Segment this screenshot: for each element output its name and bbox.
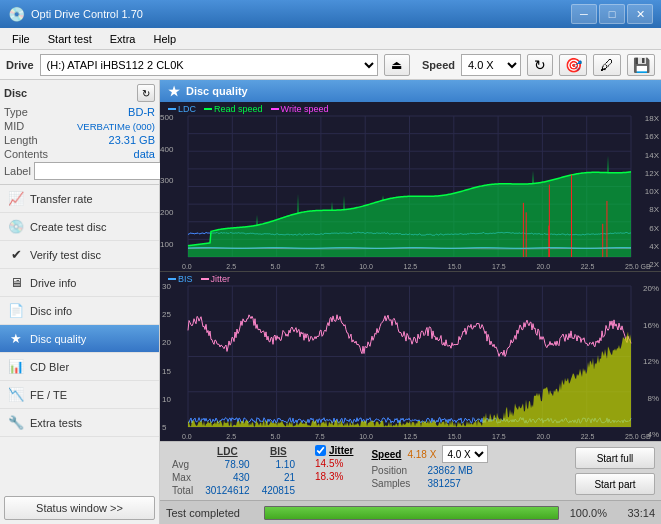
- menu-file[interactable]: File: [4, 31, 38, 47]
- drivebar: Drive (H:) ATAPI iHBS112 2 CL0K ⏏ Speed …: [0, 50, 661, 80]
- status-window-button[interactable]: Status window >>: [4, 496, 155, 520]
- content-area: ★ Disc quality LDC Read speed: [160, 80, 661, 524]
- sidebar-item-fe-te[interactable]: 📉 FE / TE: [0, 381, 159, 409]
- drive-select[interactable]: (H:) ATAPI iHBS112 2 CL0K: [40, 54, 378, 76]
- sidebar-item-disc-quality[interactable]: ★ Disc quality: [0, 325, 159, 353]
- samples-value: 381257: [427, 478, 460, 489]
- stats-max-bis: 21: [256, 471, 301, 484]
- position-value: 23862 MB: [427, 465, 473, 476]
- sidebar-item-transfer-rate[interactable]: 📈 Transfer rate: [0, 185, 159, 213]
- disc-contents-value: data: [134, 148, 155, 160]
- jitter-stats: Jitter 14.5% 18.3%: [315, 445, 353, 484]
- speed-select-stats[interactable]: 4.0 X 1.0 X 2.0 X: [442, 445, 488, 463]
- stats-table: LDC BIS Avg 78.90 1.10 Max 430 21 Total …: [166, 445, 301, 497]
- disc-label-input[interactable]: [34, 162, 167, 180]
- main-layout: Disc ↻ Type BD-R MID VERBATIMe (000) Len…: [0, 80, 661, 524]
- stats-total-ldc: 30124612: [199, 484, 256, 497]
- col-header-bis: BIS: [256, 445, 301, 458]
- sidebar-item-cd-bier[interactable]: 📊 CD BIer: [0, 353, 159, 381]
- minimize-button[interactable]: ─: [571, 4, 597, 24]
- app-icon: 💿: [8, 6, 25, 22]
- drive-info-icon: 🖥: [8, 275, 24, 291]
- progress-track: [264, 506, 559, 520]
- disc-length-row: Length 23.31 GB: [4, 134, 155, 146]
- disc-quality-header-title: Disc quality: [186, 85, 248, 97]
- speed-label: Speed: [422, 59, 455, 71]
- speed-col-label: Speed: [371, 449, 401, 460]
- legend-bis: BIS: [168, 274, 193, 284]
- legend-write-speed: Write speed: [271, 104, 329, 114]
- disc-quality-header: ★ Disc quality: [160, 80, 661, 102]
- disc-quality-label: Disc quality: [30, 333, 86, 345]
- disc-length-label: Length: [4, 134, 38, 146]
- stats-max-ldc: 430: [199, 471, 256, 484]
- drive-info-label: Drive info: [30, 277, 76, 289]
- disc-quality-header-icon: ★: [168, 84, 180, 99]
- fe-te-icon: 📉: [8, 387, 24, 403]
- menubar: File Start test Extra Help: [0, 28, 661, 50]
- disc-type-row: Type BD-R: [4, 106, 155, 118]
- disc-mid-value: VERBATIMe (000): [77, 121, 155, 132]
- disc-type-label: Type: [4, 106, 28, 118]
- sidebar-item-disc-info[interactable]: 📄 Disc info: [0, 297, 159, 325]
- close-button[interactable]: ✕: [627, 4, 653, 24]
- titlebar-left: 💿 Opti Drive Control 1.70: [8, 6, 143, 22]
- start-part-button[interactable]: Start part: [575, 473, 655, 495]
- stats-max-label: Max: [166, 471, 199, 484]
- verify-test-disc-label: Verify test disc: [30, 249, 101, 261]
- maximize-button[interactable]: □: [599, 4, 625, 24]
- stats-avg-label: Avg: [166, 458, 199, 471]
- jitter-col-header: Jitter: [329, 445, 353, 456]
- cd-bier-icon: 📊: [8, 359, 24, 375]
- sidebar-item-drive-info[interactable]: 🖥 Drive info: [0, 269, 159, 297]
- menu-start-test[interactable]: Start test: [40, 31, 100, 47]
- stats-bar: LDC BIS Avg 78.90 1.10 Max 430 21 Total …: [160, 441, 661, 500]
- transfer-rate-label: Transfer rate: [30, 193, 93, 205]
- disc-refresh-button[interactable]: ↻: [137, 84, 155, 102]
- disc-contents-row: Contents data: [4, 148, 155, 160]
- sidebar-item-extra-tests[interactable]: 🔧 Extra tests: [0, 409, 159, 437]
- disc-mid-row: MID VERBATIMe (000): [4, 120, 155, 132]
- chart-bottom-legend: BIS Jitter: [168, 274, 230, 284]
- speed-position-block: Speed 4.18 X 4.0 X 1.0 X 2.0 X Position …: [371, 445, 488, 489]
- menu-extra[interactable]: Extra: [102, 31, 144, 47]
- chart-bottom-canvas: [160, 272, 661, 441]
- chart-top-canvas: [160, 102, 661, 271]
- create-test-disc-label: Create test disc: [30, 221, 106, 233]
- disc-info-icon: 📄: [8, 303, 24, 319]
- drive-label: Drive: [6, 59, 34, 71]
- disc-info-label: Disc info: [30, 305, 72, 317]
- titlebar-controls: ─ □ ✕: [571, 4, 653, 24]
- speed-select[interactable]: 4.0 X 1.0 X 2.0 X 6.0 X 8.0 X: [461, 54, 521, 76]
- action-buttons: Start full Start part: [575, 447, 655, 495]
- jitter-avg-val: 14.5%: [315, 458, 353, 469]
- cd-bier-label: CD BIer: [30, 361, 69, 373]
- chart-bottom: BIS Jitter 20% 16% 12% 8% 4%: [160, 272, 661, 441]
- stats-total-bis: 420815: [256, 484, 301, 497]
- stats-total-label: Total: [166, 484, 199, 497]
- menu-help[interactable]: Help: [145, 31, 184, 47]
- position-label: Position: [371, 465, 421, 476]
- disc-contents-label: Contents: [4, 148, 48, 160]
- disc-label-label: Label: [4, 165, 31, 177]
- eject-button[interactable]: ⏏: [384, 54, 410, 76]
- progress-percent: 100.0%: [567, 507, 607, 519]
- stats-avg-ldc: 78.90: [199, 458, 256, 471]
- legend-jitter: Jitter: [201, 274, 231, 284]
- chart-top-legend: LDC Read speed Write speed: [168, 104, 328, 114]
- drive-btn-save[interactable]: 💾: [627, 54, 655, 76]
- jitter-checkbox[interactable]: [315, 445, 326, 456]
- jitter-checkbox-row: Jitter: [315, 445, 353, 456]
- speed-row: Speed 4.18 X 4.0 X 1.0 X 2.0 X: [371, 445, 488, 463]
- chart-top-y-axis-right: 18X 16X 14X 12X 10X 8X 6X 4X 2X: [633, 102, 661, 271]
- drive-btn-1[interactable]: 🎯: [559, 54, 587, 76]
- start-full-button[interactable]: Start full: [575, 447, 655, 469]
- transfer-rate-icon: 📈: [8, 191, 24, 207]
- speed-refresh-button[interactable]: ↻: [527, 54, 553, 76]
- drive-btn-2[interactable]: 🖊: [593, 54, 621, 76]
- sidebar-item-create-test-disc[interactable]: 💿 Create test disc: [0, 213, 159, 241]
- progress-label: Test completed: [166, 507, 256, 519]
- extra-tests-icon: 🔧: [8, 415, 24, 431]
- progress-bar-container: Test completed 100.0% 33:14: [160, 500, 661, 524]
- sidebar-item-verify-test-disc[interactable]: ✔ Verify test disc: [0, 241, 159, 269]
